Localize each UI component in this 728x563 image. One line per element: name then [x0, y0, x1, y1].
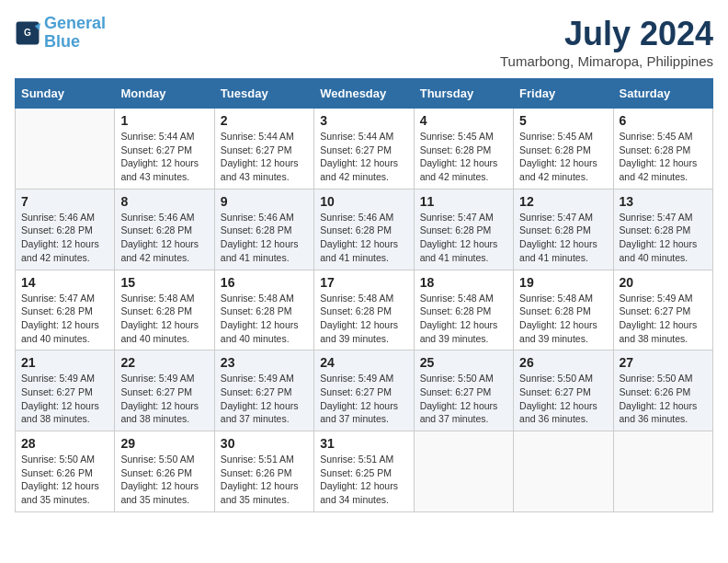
calendar-cell: 6Sunrise: 5:45 AM Sunset: 6:28 PM Daylig…	[613, 109, 712, 190]
day-number: 16	[221, 275, 308, 290]
calendar-cell: 2Sunrise: 5:44 AM Sunset: 6:27 PM Daylig…	[214, 109, 313, 190]
week-row-4: 21Sunrise: 5:49 AM Sunset: 6:27 PM Dayli…	[16, 350, 713, 431]
day-info: Sunrise: 5:51 AM Sunset: 6:25 PM Dayligh…	[320, 453, 407, 507]
day-info: Sunrise: 5:48 AM Sunset: 6:28 PM Dayligh…	[519, 292, 607, 346]
day-info: Sunrise: 5:49 AM Sunset: 6:27 PM Dayligh…	[120, 372, 208, 426]
calendar-cell: 15Sunrise: 5:48 AM Sunset: 6:28 PM Dayli…	[115, 270, 214, 350]
day-info: Sunrise: 5:45 AM Sunset: 6:28 PM Dayligh…	[420, 130, 507, 184]
day-number: 29	[120, 436, 208, 451]
day-number: 17	[320, 275, 407, 290]
day-number: 28	[21, 436, 108, 451]
day-info: Sunrise: 5:50 AM Sunset: 6:26 PM Dayligh…	[620, 372, 707, 426]
day-info: Sunrise: 5:46 AM Sunset: 6:28 PM Dayligh…	[120, 211, 208, 265]
day-number: 20	[620, 275, 707, 290]
svg-text:G: G	[24, 28, 31, 38]
calendar-cell: 3Sunrise: 5:44 AM Sunset: 6:27 PM Daylig…	[314, 109, 414, 190]
calendar-cell: 9Sunrise: 5:46 AM Sunset: 6:28 PM Daylig…	[214, 189, 313, 270]
day-number: 9	[221, 194, 308, 209]
day-number: 4	[420, 113, 507, 128]
day-number: 15	[120, 275, 208, 290]
calendar-cell: 19Sunrise: 5:48 AM Sunset: 6:28 PM Dayli…	[514, 270, 613, 350]
week-row-2: 7Sunrise: 5:46 AM Sunset: 6:28 PM Daylig…	[16, 189, 713, 270]
calendar-cell: 10Sunrise: 5:46 AM Sunset: 6:28 PM Dayli…	[314, 189, 414, 270]
calendar-cell: 5Sunrise: 5:45 AM Sunset: 6:28 PM Daylig…	[514, 109, 613, 190]
day-number: 7	[21, 194, 108, 209]
day-info: Sunrise: 5:45 AM Sunset: 6:28 PM Dayligh…	[620, 130, 707, 184]
day-header-tuesday: Tuesday	[214, 79, 313, 109]
day-info: Sunrise: 5:48 AM Sunset: 6:28 PM Dayligh…	[221, 292, 308, 346]
day-info: Sunrise: 5:48 AM Sunset: 6:28 PM Dayligh…	[320, 292, 407, 346]
day-header-wednesday: Wednesday	[314, 79, 414, 109]
calendar-cell: 27Sunrise: 5:50 AM Sunset: 6:26 PM Dayli…	[613, 350, 712, 431]
calendar-cell: 24Sunrise: 5:49 AM Sunset: 6:27 PM Dayli…	[314, 350, 414, 431]
day-info: Sunrise: 5:44 AM Sunset: 6:27 PM Dayligh…	[120, 130, 208, 184]
week-row-5: 28Sunrise: 5:50 AM Sunset: 6:26 PM Dayli…	[16, 431, 713, 512]
day-number: 6	[620, 113, 707, 128]
day-number: 10	[320, 194, 407, 209]
logo-text: General Blue	[44, 15, 106, 52]
calendar-cell: 18Sunrise: 5:48 AM Sunset: 6:28 PM Dayli…	[414, 270, 513, 350]
day-number: 25	[420, 355, 507, 370]
title-area: July 2024 Tumarbong, Mimaropa, Philippin…	[500, 15, 713, 69]
calendar-cell: 28Sunrise: 5:50 AM Sunset: 6:26 PM Dayli…	[16, 431, 115, 512]
calendar-cell: 8Sunrise: 5:46 AM Sunset: 6:28 PM Daylig…	[115, 189, 214, 270]
day-number: 18	[420, 275, 507, 290]
week-row-1: 1Sunrise: 5:44 AM Sunset: 6:27 PM Daylig…	[16, 109, 713, 190]
calendar-cell: 12Sunrise: 5:47 AM Sunset: 6:28 PM Dayli…	[514, 189, 613, 270]
day-number: 30	[221, 436, 308, 451]
calendar-header-row: SundayMondayTuesdayWednesdayThursdayFrid…	[16, 79, 713, 109]
calendar-subtitle: Tumarbong, Mimaropa, Philippines	[500, 53, 713, 69]
day-info: Sunrise: 5:44 AM Sunset: 6:27 PM Dayligh…	[320, 130, 407, 184]
calendar-cell: 17Sunrise: 5:48 AM Sunset: 6:28 PM Dayli…	[314, 270, 414, 350]
calendar-cell: 13Sunrise: 5:47 AM Sunset: 6:28 PM Dayli…	[613, 189, 712, 270]
day-info: Sunrise: 5:47 AM Sunset: 6:28 PM Dayligh…	[21, 292, 108, 346]
calendar-cell: 26Sunrise: 5:50 AM Sunset: 6:27 PM Dayli…	[514, 350, 613, 431]
calendar-cell: 25Sunrise: 5:50 AM Sunset: 6:27 PM Dayli…	[414, 350, 513, 431]
day-number: 24	[320, 355, 407, 370]
calendar-title: July 2024	[500, 15, 713, 53]
calendar-cell: 4Sunrise: 5:45 AM Sunset: 6:28 PM Daylig…	[414, 109, 513, 190]
day-number: 23	[221, 355, 308, 370]
day-info: Sunrise: 5:47 AM Sunset: 6:28 PM Dayligh…	[620, 211, 707, 265]
day-info: Sunrise: 5:49 AM Sunset: 6:27 PM Dayligh…	[320, 372, 407, 426]
day-header-monday: Monday	[115, 79, 214, 109]
calendar-cell: 22Sunrise: 5:49 AM Sunset: 6:27 PM Dayli…	[115, 350, 214, 431]
week-row-3: 14Sunrise: 5:47 AM Sunset: 6:28 PM Dayli…	[16, 270, 713, 350]
calendar-cell	[514, 431, 613, 512]
day-info: Sunrise: 5:48 AM Sunset: 6:28 PM Dayligh…	[420, 292, 507, 346]
day-number: 21	[21, 355, 108, 370]
calendar-cell: 20Sunrise: 5:49 AM Sunset: 6:27 PM Dayli…	[613, 270, 712, 350]
day-info: Sunrise: 5:45 AM Sunset: 6:28 PM Dayligh…	[519, 130, 607, 184]
calendar-cell	[613, 431, 712, 512]
calendar-cell: 16Sunrise: 5:48 AM Sunset: 6:28 PM Dayli…	[214, 270, 313, 350]
day-number: 31	[320, 436, 407, 451]
day-info: Sunrise: 5:47 AM Sunset: 6:28 PM Dayligh…	[420, 211, 507, 265]
day-header-thursday: Thursday	[414, 79, 513, 109]
day-info: Sunrise: 5:50 AM Sunset: 6:26 PM Dayligh…	[21, 453, 108, 507]
day-info: Sunrise: 5:50 AM Sunset: 6:26 PM Dayligh…	[120, 453, 208, 507]
day-number: 11	[420, 194, 507, 209]
calendar-cell: 14Sunrise: 5:47 AM Sunset: 6:28 PM Dayli…	[16, 270, 115, 350]
day-number: 5	[519, 113, 607, 128]
calendar-cell: 1Sunrise: 5:44 AM Sunset: 6:27 PM Daylig…	[115, 109, 214, 190]
day-number: 1	[120, 113, 208, 128]
calendar-cell	[414, 431, 513, 512]
calendar-cell	[16, 109, 115, 190]
calendar-cell: 31Sunrise: 5:51 AM Sunset: 6:25 PM Dayli…	[314, 431, 414, 512]
day-header-saturday: Saturday	[613, 79, 712, 109]
logo-icon: G	[15, 20, 40, 46]
day-info: Sunrise: 5:49 AM Sunset: 6:27 PM Dayligh…	[620, 292, 707, 346]
day-info: Sunrise: 5:50 AM Sunset: 6:27 PM Dayligh…	[519, 372, 607, 426]
day-number: 8	[120, 194, 208, 209]
day-number: 27	[620, 355, 707, 370]
day-info: Sunrise: 5:49 AM Sunset: 6:27 PM Dayligh…	[221, 372, 308, 426]
day-info: Sunrise: 5:46 AM Sunset: 6:28 PM Dayligh…	[320, 211, 407, 265]
calendar-cell: 30Sunrise: 5:51 AM Sunset: 6:26 PM Dayli…	[214, 431, 313, 512]
logo: G General Blue	[15, 15, 106, 52]
calendar-table: SundayMondayTuesdayWednesdayThursdayFrid…	[15, 78, 713, 512]
day-number: 13	[620, 194, 707, 209]
day-info: Sunrise: 5:47 AM Sunset: 6:28 PM Dayligh…	[519, 211, 607, 265]
day-info: Sunrise: 5:46 AM Sunset: 6:28 PM Dayligh…	[221, 211, 308, 265]
day-number: 26	[519, 355, 607, 370]
day-info: Sunrise: 5:48 AM Sunset: 6:28 PM Dayligh…	[120, 292, 208, 346]
